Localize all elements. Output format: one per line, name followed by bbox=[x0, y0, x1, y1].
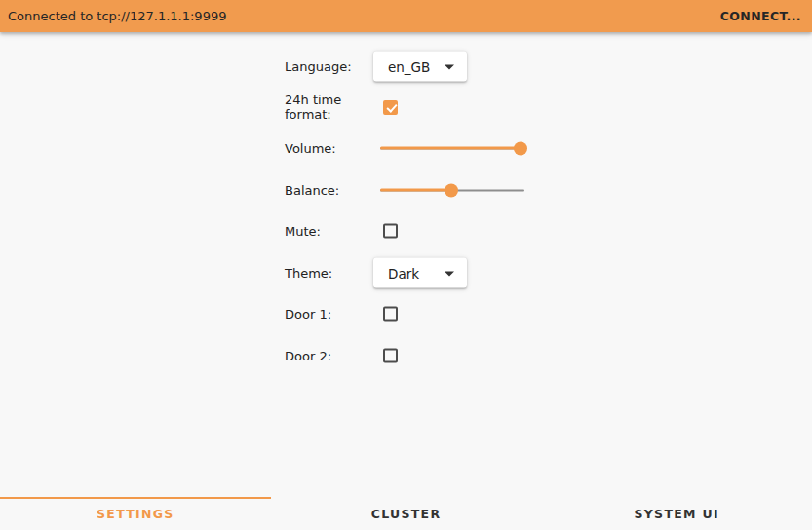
balance-row: Balance: bbox=[285, 183, 524, 198]
connection-status: Connected to tcp://127.1.1.1:9999 bbox=[8, 9, 226, 23]
dropdown-value: Dark bbox=[388, 265, 419, 281]
language-row: Language: en_GB bbox=[285, 52, 467, 82]
slider-handle[interactable] bbox=[514, 141, 527, 155]
volume-slider[interactable] bbox=[380, 141, 524, 155]
field-label: Volume: bbox=[285, 141, 373, 156]
balance-slider[interactable] bbox=[380, 183, 524, 197]
mute-checkbox[interactable] bbox=[383, 224, 398, 239]
settings-form: Language: en_GB 24h time format: Volume:… bbox=[0, 0, 812, 530]
door2-row: Door 2: bbox=[285, 349, 398, 363]
mute-row: Mute: bbox=[285, 224, 398, 239]
tab-indicator bbox=[0, 497, 271, 499]
tab-system-ui[interactable]: SYSTEM UI bbox=[541, 497, 812, 530]
door1-row: Door 1: bbox=[285, 307, 398, 322]
field-label: Door 2: bbox=[285, 349, 373, 363]
time-format-row: 24h time format: bbox=[285, 93, 398, 122]
tab-cluster[interactable]: CLUSTER bbox=[271, 497, 542, 530]
field-label: Door 1: bbox=[285, 307, 373, 322]
theme-dropdown[interactable]: Dark bbox=[373, 258, 467, 288]
connect-button[interactable]: CONNECT... bbox=[716, 3, 805, 29]
volume-row: Volume: bbox=[285, 141, 524, 156]
slider-fill bbox=[380, 189, 451, 192]
language-dropdown[interactable]: en_GB bbox=[373, 52, 467, 82]
field-label: Balance: bbox=[285, 183, 373, 198]
24h-time-format-checkbox[interactable] bbox=[383, 100, 398, 115]
field-label: 24h time format: bbox=[285, 93, 373, 122]
slider-fill bbox=[380, 147, 521, 150]
field-label: Language: bbox=[285, 59, 373, 74]
app-bar: Connected to tcp://127.1.1.1:9999 CONNEC… bbox=[0, 0, 812, 32]
tab-settings[interactable]: SETTINGS bbox=[0, 497, 271, 530]
dropdown-value: en_GB bbox=[388, 58, 430, 74]
field-label: Theme: bbox=[285, 266, 373, 281]
tab-bar: SETTINGS CLUSTER SYSTEM UI bbox=[0, 497, 812, 530]
door1-checkbox[interactable] bbox=[383, 307, 398, 322]
dropdown-arrow-icon bbox=[445, 271, 454, 276]
field-label: Mute: bbox=[285, 224, 373, 239]
theme-row: Theme: Dark bbox=[285, 258, 467, 288]
dropdown-arrow-icon bbox=[445, 64, 454, 69]
door2-checkbox[interactable] bbox=[383, 349, 398, 363]
slider-handle[interactable] bbox=[445, 183, 458, 197]
